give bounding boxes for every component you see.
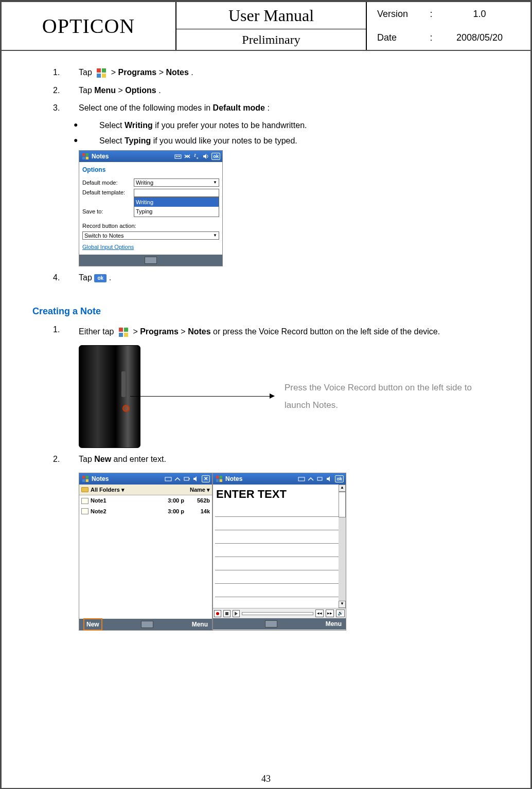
- step-body: Tap Menu > Options .: [79, 84, 494, 97]
- ruled-line: [215, 504, 344, 517]
- bullet-typing: ● Select Typing if you would like your n…: [74, 135, 494, 147]
- svg-rect-20: [86, 479, 88, 481]
- connection-icon[interactable]: [174, 475, 181, 482]
- step-body: Tap > Programs > Notes .: [79, 66, 494, 79]
- signal-icon[interactable]: x: [193, 153, 200, 160]
- folder-icon: [81, 487, 88, 492]
- ruled-line: [215, 557, 344, 570]
- title-block: User Manual Preliminary: [176, 2, 367, 50]
- list-item[interactable]: Note2 3:00 p 14k: [79, 506, 212, 517]
- new-button[interactable]: New: [83, 618, 102, 631]
- folders-dropdown[interactable]: All Folders ▾: [91, 486, 125, 494]
- note-size: 562b: [184, 496, 210, 505]
- taskbar-icons: x ok: [174, 153, 220, 160]
- dropdown-arrow-icon: ▾: [207, 487, 210, 493]
- note-name: Note1: [91, 496, 107, 505]
- playback-slider[interactable]: [242, 612, 313, 615]
- ok-button[interactable]: ok: [211, 153, 220, 160]
- step-num: 1.: [53, 66, 79, 79]
- dropdown-arrow-icon: ▼: [213, 180, 217, 186]
- next-button[interactable]: ▸▸: [326, 609, 334, 618]
- version-label: Version: [377, 7, 423, 21]
- scroll-thumb[interactable]: [339, 492, 346, 517]
- speaker-icon[interactable]: [192, 475, 200, 482]
- dual-screenshot: Notes ✕ All Folders ▾ Name ▾: [79, 471, 494, 633]
- text: and enter text.: [114, 455, 166, 463]
- editor-body[interactable]: ENTER TEXT ▲ ▼: [213, 485, 346, 608]
- svg-rect-10: [178, 156, 179, 157]
- device-diagram: Press the Voice Record button on the lef…: [79, 345, 494, 448]
- version-row: Version : 1.0: [367, 2, 530, 26]
- scroll-down-icon[interactable]: ▼: [339, 601, 346, 608]
- list-item[interactable]: Note1 3:00 p 562b: [79, 495, 212, 506]
- speaker-icon[interactable]: [202, 153, 209, 160]
- global-input-link[interactable]: Global Input Options: [82, 243, 134, 252]
- record-button[interactable]: [214, 610, 221, 617]
- name-sort[interactable]: Name ▾: [190, 486, 210, 494]
- keyboard-icon[interactable]: [145, 257, 157, 264]
- svg-rect-28: [298, 477, 305, 481]
- record-value: Switch to Notes: [84, 231, 123, 240]
- text: Tap: [79, 273, 94, 282]
- connection-icon[interactable]: [307, 475, 314, 482]
- keyboard-icon[interactable]: [141, 621, 153, 628]
- mode-value: Writing: [136, 178, 153, 187]
- start-icon[interactable]: [215, 475, 223, 483]
- note-icon: [81, 498, 88, 504]
- start-icon: [95, 67, 108, 79]
- mode-dropdown[interactable]: Writing ▼: [134, 178, 219, 187]
- menu-button[interactable]: Menu: [326, 619, 342, 629]
- template-row: Default template: Writing Typing: [82, 188, 219, 197]
- bullet-icon: ●: [74, 135, 99, 147]
- bullet-body: Select Typing if you would like your not…: [99, 135, 494, 147]
- programs-bold: Programs: [118, 68, 157, 77]
- record-dropdown[interactable]: Switch to Notes ▼: [82, 231, 219, 240]
- speaker-icon[interactable]: [326, 475, 333, 482]
- dropdown-option-writing[interactable]: Writing: [134, 198, 219, 207]
- recorder-bar: ◂◂ ▸▸ 🔊: [213, 608, 346, 619]
- step-num: 2.: [53, 84, 79, 97]
- typing-bold: Typing: [125, 136, 151, 145]
- template-dropdown[interactable]: Writing Typing: [134, 189, 219, 197]
- callout-text: Press the Voice Record button on the lef…: [285, 379, 494, 414]
- bottom-bar: Menu: [213, 618, 346, 630]
- svg-rect-24: [216, 476, 219, 478]
- dropdown-option-typing[interactable]: Typing: [134, 207, 219, 217]
- scrollbar[interactable]: ▲ ▼: [339, 485, 346, 608]
- prev-button[interactable]: ◂◂: [315, 609, 324, 618]
- connection-icon[interactable]: [184, 153, 191, 160]
- keyboard-icon[interactable]: [165, 475, 172, 482]
- bullet-writing: ● Select Writing if you prefer your note…: [74, 119, 494, 132]
- note-name: Note2: [91, 507, 107, 516]
- ruled-line: [215, 584, 344, 597]
- scroll-up-icon[interactable]: ▲: [339, 485, 346, 492]
- date-label: Date: [377, 31, 423, 45]
- play-button[interactable]: [233, 610, 240, 617]
- doc-title: User Manual: [176, 2, 366, 29]
- text: or press the Voice Record button on the …: [213, 327, 440, 336]
- start-icon[interactable]: [81, 152, 90, 160]
- svg-rect-26: [216, 479, 219, 481]
- battery-icon[interactable]: [183, 475, 190, 482]
- close-button[interactable]: ✕: [202, 475, 210, 482]
- voice-record-button-circle: [122, 405, 130, 412]
- speaker-button[interactable]: 🔊: [336, 609, 345, 618]
- keyboard-icon[interactable]: [174, 153, 182, 160]
- menu-button[interactable]: Menu: [192, 620, 208, 629]
- text: Tap: [79, 68, 94, 77]
- keyboard-icon[interactable]: [298, 475, 305, 482]
- text: >: [118, 86, 125, 95]
- text: >: [111, 68, 118, 77]
- svg-rect-27: [220, 479, 222, 481]
- start-icon[interactable]: [81, 475, 90, 483]
- ok-button[interactable]: ok: [335, 475, 344, 482]
- taskbar-icons: ✕: [165, 475, 210, 482]
- page: OPTICON User Manual Preliminary Version …: [0, 0, 532, 789]
- keyboard-icon[interactable]: [265, 620, 277, 627]
- svg-rect-7: [86, 156, 88, 159]
- stop-button[interactable]: [223, 610, 230, 617]
- svg-rect-9: [176, 156, 177, 157]
- battery-icon[interactable]: [316, 475, 324, 482]
- callout-arrow: [130, 396, 274, 397]
- svg-rect-6: [82, 156, 85, 159]
